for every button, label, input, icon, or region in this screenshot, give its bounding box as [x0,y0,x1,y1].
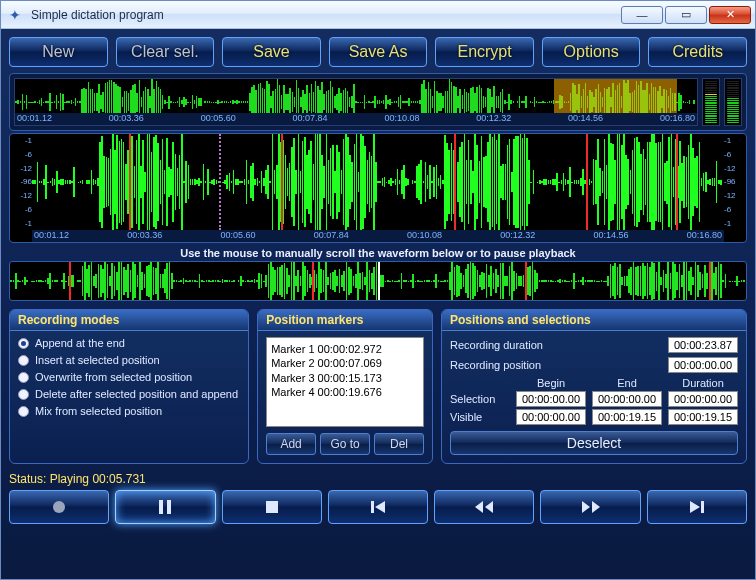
overview-section: 00:01.1200:03.3600:05.6000:07.8400:10.08… [9,73,747,131]
selection-begin: 00:00:00.00 [516,391,586,407]
radio-icon [18,389,29,400]
pause-button[interactable] [115,490,215,524]
recording-modes-title: Recording modes [10,310,248,331]
minimize-button[interactable]: — [621,6,663,24]
selection-duration: 00:00:00.00 [668,391,738,407]
recording-mode-option[interactable]: Mix from selected position [18,405,240,417]
vu-meter-right [724,78,742,126]
titlebar: ✦ Simple dictation program — ▭ ✕ [1,1,755,29]
stop-button[interactable] [222,490,322,524]
marker-item[interactable]: Marker 3 00:00:15.173 [271,371,419,385]
marker-del-button[interactable]: Del [374,433,424,455]
svg-marker-9 [592,501,600,513]
svg-rect-11 [701,501,704,513]
recording-mode-option[interactable]: Overwrite from selected position [18,371,240,383]
position-markers-panel: Position markers Marker 1 00:00:02.972Ma… [257,309,433,464]
markers-list[interactable]: Marker 1 00:00:02.972Marker 2 00:00:07.0… [266,337,424,427]
svg-rect-3 [266,501,278,513]
visible-duration: 00:00:19.15 [668,409,738,425]
rec-position-label: Recording position [450,359,668,371]
maximize-button[interactable]: ▭ [665,6,707,24]
skip-start-button[interactable] [328,490,428,524]
waveform-overview[interactable]: 00:01.1200:03.3600:05.6000:07.8400:10.08… [14,78,698,126]
waveform-main[interactable]: -1-6-12-96-12-6-1 -1-6-12-96-12-6-1 00:0… [9,133,747,243]
recording-mode-label: Insert at selected position [35,354,160,366]
svg-rect-2 [167,500,171,514]
marker-add-button[interactable]: Add [266,433,316,455]
credits-button[interactable]: Credits [648,37,747,67]
save-as-button[interactable]: Save As [329,37,428,67]
rec-duration-value: 00:00:23.87 [668,337,738,353]
recording-mode-label: Delete after selected position and appen… [35,388,238,400]
positions-title: Positions and selections [442,310,746,331]
position-markers-title: Position markers [258,310,432,331]
svg-marker-10 [690,501,700,513]
recording-mode-label: Append at the end [35,337,125,349]
main-toolbar: NewClear sel.SaveSave AsEncryptOptionsCr… [9,37,747,67]
recording-mode-label: Overwrite from selected position [35,371,192,383]
marker-goto-button[interactable]: Go to [320,433,370,455]
col-duration: Duration [668,377,738,389]
recording-mode-option[interactable]: Insert at selected position [18,354,240,366]
rec-duration-label: Recording duration [450,339,668,351]
record-button[interactable] [9,490,109,524]
svg-marker-6 [475,501,483,513]
save-button[interactable]: Save [222,37,321,67]
close-button[interactable]: ✕ [709,6,751,24]
marker-item[interactable]: Marker 4 00:00:19.676 [271,385,419,399]
skip-end-button[interactable] [647,490,747,524]
svg-point-0 [53,501,65,513]
scroll-hint: Use the mouse to manually scroll the wav… [9,247,747,259]
window-title: Simple dictation program [31,8,621,22]
rec-position-value: 00:00:00.00 [668,357,738,373]
col-begin: Begin [516,377,586,389]
radio-icon [18,338,29,349]
visible-end: 00:00:19.15 [592,409,662,425]
radio-icon [18,372,29,383]
status-text: Status: Playing 00:05.731 [9,472,747,486]
radio-icon [18,406,29,417]
marker-item[interactable]: Marker 1 00:00:02.972 [271,342,419,356]
marker-item[interactable]: Marker 2 00:00:07.069 [271,356,419,370]
visible-begin: 00:00:00.00 [516,409,586,425]
fast-forward-button[interactable] [540,490,640,524]
rewind-button[interactable] [434,490,534,524]
row-visible-label: Visible [450,411,510,423]
svg-marker-8 [582,501,590,513]
encrypt-button[interactable]: Encrypt [435,37,534,67]
waveform-scroll[interactable] [9,261,747,301]
app-icon: ✦ [9,7,25,23]
recording-mode-option[interactable]: Append at the end [18,337,240,349]
svg-marker-7 [485,501,493,513]
recording-modes-panel: Recording modes Append at the endInsert … [9,309,249,464]
col-end: End [592,377,662,389]
svg-rect-4 [371,501,374,513]
svg-rect-1 [159,500,163,514]
radio-icon [18,355,29,366]
row-selection-label: Selection [450,393,510,405]
recording-mode-option[interactable]: Delete after selected position and appen… [18,388,240,400]
recording-mode-label: Mix from selected position [35,405,162,417]
deselect-button[interactable]: Deselect [450,431,738,455]
clear-sel--button[interactable]: Clear sel. [116,37,215,67]
svg-marker-5 [375,501,385,513]
positions-panel: Positions and selections Recording durat… [441,309,747,464]
selection-end: 00:00:00.00 [592,391,662,407]
options-button[interactable]: Options [542,37,641,67]
transport-bar [9,490,747,524]
new-button[interactable]: New [9,37,108,67]
vu-meter-left [702,78,720,126]
